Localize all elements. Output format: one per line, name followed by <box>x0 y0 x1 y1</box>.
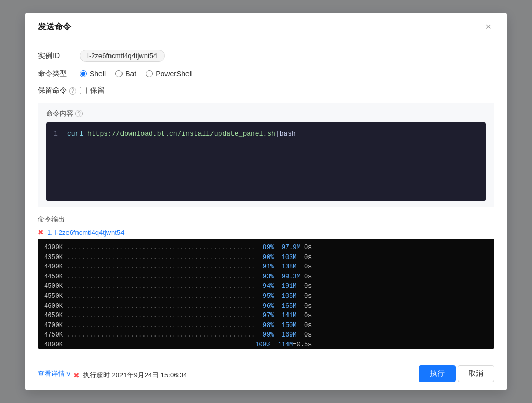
instance-id-row: 实例ID i-2ze6fncmtl4q4tjwnt54 <box>38 50 494 62</box>
close-button[interactable]: × <box>482 21 494 32</box>
view-detail-text: 查看详情 <box>38 369 65 378</box>
radio-powershell-input[interactable] <box>146 70 153 77</box>
code-url: https://download.bt.cn/install/update_pa… <box>87 130 275 138</box>
terminal-line: 4650K ..................................… <box>44 311 488 321</box>
terminal-output[interactable]: 4300K ..................................… <box>38 239 494 349</box>
execute-button[interactable]: 执行 <box>419 365 456 382</box>
radio-shell-input[interactable] <box>80 70 87 77</box>
content-help-icon[interactable]: ? <box>75 110 83 117</box>
keep-label: 保留命令 ? <box>38 86 80 95</box>
radio-bat[interactable]: Bat <box>115 70 136 78</box>
code-editor[interactable]: 1 curl https://download.bt.cn/install/up… <box>46 122 486 201</box>
instance-id-label: 实例ID <box>38 51 80 61</box>
command-content-block: 命令内容 ? 1 curl https://download.bt.cn/ins… <box>38 103 494 207</box>
output-instance-id[interactable]: 1. i-2ze6fncmtl4q4tjwnt54 <box>47 229 124 237</box>
dialog-title: 发送命令 <box>38 21 71 32</box>
terminal-line: 4550K ..................................… <box>44 292 488 301</box>
chevron-down-icon: ∨ <box>66 370 71 378</box>
code-pipe: |bash <box>275 130 296 138</box>
dialog-header: 发送命令 × <box>25 13 507 39</box>
terminal-line: 4300K ..................................… <box>44 243 488 253</box>
output-section: 命令输出 ✖ 1. i-2ze6fncmtl4q4tjwnt54 4300K .… <box>38 215 494 349</box>
dialog-footer: 查看详情 ∨ ✖ 执行超时 2021年9月24日 15:06:34 执行 取消 <box>25 359 507 390</box>
radio-bat-label: Bat <box>125 70 136 78</box>
radio-bat-input[interactable] <box>115 70 123 77</box>
command-type-label: 命令类型 <box>38 69 80 79</box>
terminal-line: 4700K ..................................… <box>44 321 488 331</box>
terminal-line: 4500K ..................................… <box>44 282 488 292</box>
status-error-icon: ✖ <box>73 371 80 379</box>
send-command-dialog: 发送命令 × 实例ID i-2ze6fncmtl4q4tjwnt54 命令类型 … <box>25 13 507 390</box>
command-content-title: 命令内容 ? <box>46 109 486 118</box>
keep-command-row: 保留命令 ? 保留 <box>38 86 494 95</box>
code-text: curl https://download.bt.cn/install/upda… <box>67 129 296 140</box>
instance-id-value: i-2ze6fncmtl4q4tjwnt54 <box>80 50 165 62</box>
output-error-row: ✖ 1. i-2ze6fncmtl4q4tjwnt54 <box>38 228 494 237</box>
radio-shell[interactable]: Shell <box>80 70 106 78</box>
view-detail-link[interactable]: 查看详情 ∨ <box>38 369 71 378</box>
terminal-line: 4750K ..................................… <box>44 330 488 340</box>
code-line-1: 1 curl https://download.bt.cn/install/up… <box>53 129 479 140</box>
radio-powershell-label: PowerShell <box>156 70 193 78</box>
radio-powershell[interactable]: PowerShell <box>146 70 193 78</box>
cancel-button[interactable]: 取消 <box>458 365 494 382</box>
command-type-row: 命令类型 Shell Bat PowerShell <box>38 69 494 79</box>
output-header: 命令输出 <box>38 215 494 224</box>
status-row: ✖ 执行超时 2021年9月24日 15:06:34 <box>73 371 187 380</box>
dialog-body: 实例ID i-2ze6fncmtl4q4tjwnt54 命令类型 Shell B… <box>25 39 507 359</box>
keep-checkbox-label[interactable]: 保留 <box>80 86 105 95</box>
keep-checkbox-text: 保留 <box>90 86 105 95</box>
keep-help-icon[interactable]: ? <box>69 87 76 95</box>
terminal-line: 4400K ..................................… <box>44 262 488 272</box>
terminal-line: 4350K ..................................… <box>44 253 488 263</box>
modal-overlay: 发送命令 × 实例ID i-2ze6fncmtl4q4tjwnt54 命令类型 … <box>0 0 532 403</box>
terminal-line: 4600K ..................................… <box>44 301 488 311</box>
command-type-group: Shell Bat PowerShell <box>80 70 193 78</box>
status-text: 执行超时 2021年9月24日 15:06:34 <box>83 371 187 380</box>
keep-checkbox[interactable] <box>80 87 87 94</box>
code-cmd: curl <box>67 130 87 138</box>
terminal-line: 4450K ..................................… <box>44 272 488 282</box>
radio-shell-label: Shell <box>90 70 106 78</box>
terminal-line: 4800K 100% 114M=0.5s <box>44 340 488 349</box>
error-icon: ✖ <box>38 228 44 237</box>
line-number: 1 <box>53 129 61 140</box>
